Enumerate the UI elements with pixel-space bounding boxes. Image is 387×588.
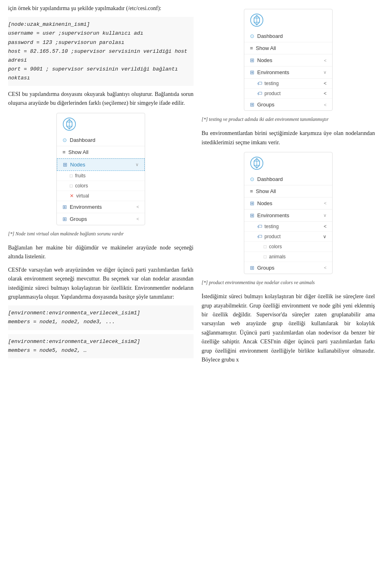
cesi-logo-svg-3	[250, 156, 264, 170]
product-label-3: product	[264, 234, 281, 239]
code-line: members = node1, node2, node3, ...	[8, 318, 194, 326]
cesi-logo-2	[244, 9, 332, 30]
nodes-label-3: Nodes	[257, 200, 273, 206]
code-block-2: [environment:environmenta_verilecek_isim…	[8, 305, 194, 330]
chevron-right-icon: <	[324, 224, 327, 229]
nodes-label-2: Nodes	[257, 57, 273, 63]
para5: İstediğimiz süreci bulmayı kolaylaştıran…	[202, 292, 375, 364]
square-icon: □	[70, 183, 73, 189]
grid-icon: ⊞	[63, 162, 67, 168]
showall-label: Show All	[69, 149, 89, 155]
dashboard-label-3: Dashboard	[257, 176, 283, 182]
sub-colors[interactable]: □ colors	[57, 181, 145, 191]
list-icon-3: ≡	[250, 188, 253, 194]
cesi-logo-3	[244, 152, 332, 173]
list-icon-2: ≡	[250, 45, 253, 51]
chevron-down-icon: ∨	[323, 234, 327, 239]
dashboard-label-2: Dashboard	[257, 33, 283, 39]
nav-nodes-2[interactable]: ⊞ Nodes <	[244, 54, 332, 66]
para1: CESI bu yapılandırma dosyasını okuyarak …	[8, 90, 194, 108]
square-icon: □	[70, 173, 73, 179]
tag-icon: 🏷	[257, 91, 262, 96]
code-line: host = 82.165.57.10 ;supervisor servisin…	[8, 47, 194, 65]
code-line: [environment:environmenta_verilecek_isim…	[8, 309, 194, 318]
dashboard-icon: ⊙	[250, 176, 254, 182]
grid-icon: ⊞	[62, 204, 67, 210]
cesi-panel-1: ⊙ Dashboard ≡ Show All ⊞ Nodes ∨	[56, 113, 145, 225]
colors-label: colors	[75, 183, 88, 189]
chevron-down-icon: ∨	[323, 213, 327, 218]
code-line: [environment:environmenta_verilecek_isim…	[8, 337, 194, 346]
showall-label-2: Show All	[256, 45, 276, 51]
nav-nodes-1[interactable]: ⊞ Nodes ∨	[57, 158, 145, 171]
cesi-logo-svg	[62, 117, 76, 131]
nav-showall-3[interactable]: ≡ Show All	[244, 185, 332, 197]
nav-environments-3[interactable]: ⊞ Environments ∨	[244, 210, 332, 222]
code-line: username = user ;supervisorun kullanıcı …	[8, 29, 194, 38]
grid-icon-2: ⊞	[250, 69, 254, 75]
sub-product-3[interactable]: 🏷 product ∨	[244, 232, 332, 242]
nav-nodes-3[interactable]: ⊞ Nodes <	[244, 197, 332, 210]
nav-environments-2[interactable]: ⊞ Environments ∨	[244, 66, 332, 79]
cesi-panel-3: ⊙ Dashboard ≡ Show All ⊞ Nodes <	[244, 152, 333, 274]
dashboard-label: Dashboard	[70, 137, 96, 143]
grid-icon: ⊞	[250, 265, 254, 271]
code-line: members = node5, node2, …	[8, 346, 194, 355]
tag-icon: 🏷	[257, 234, 262, 239]
para4: Bu environmentlardan birini seçtiğimizde…	[202, 129, 375, 147]
code-block-1: [node:uzak_makinenin_ismi] username = us…	[8, 17, 194, 86]
nav-dashboard-3[interactable]: ⊙ Dashboard	[244, 173, 332, 185]
left-column: için örnek bir yapılandırma şu şekilde y…	[8, 4, 194, 368]
showall-label-3: Show All	[256, 188, 276, 194]
intro-text: için örnek bir yapılandırma şu şekilde y…	[8, 4, 194, 13]
footnote-3: [*] product environmentina üye nodelar c…	[202, 279, 375, 287]
nav-groups-2[interactable]: ⊞ Groups <	[244, 99, 332, 110]
groups-label-3: Groups	[257, 265, 275, 271]
sub-testing-2[interactable]: 🏷 testing <	[244, 79, 332, 89]
virtual-label: virtual	[76, 193, 89, 199]
grid-icon-3: ⊞	[250, 212, 254, 218]
nav-groups-3[interactable]: ⊞ Groups <	[244, 262, 332, 274]
animals-label-3: animals	[269, 254, 285, 260]
environments-label: Environments	[70, 204, 102, 210]
code-line: [node:uzak_makinenin_ismi]	[8, 20, 194, 29]
sub-product-2[interactable]: 🏷 product <	[244, 89, 332, 99]
right-column: ⊙ Dashboard ≡ Show All ⊞ Nodes <	[202, 4, 375, 368]
nav-dashboard-1[interactable]: ⊙ Dashboard	[57, 134, 145, 146]
tag-icon: 🏷	[257, 81, 262, 86]
chevron-right-icon: <	[324, 81, 327, 86]
sub-fruits[interactable]: □ fruits	[57, 171, 145, 181]
grid-icon: ⊞	[250, 102, 254, 108]
nav-showall-1[interactable]: ≡ Show All	[57, 146, 145, 158]
x-icon: ✕	[70, 193, 74, 199]
sub-virtual[interactable]: ✕ virtual	[57, 191, 145, 201]
colors-label-3: colors	[269, 244, 282, 249]
chevron-right-icon: <	[324, 58, 327, 63]
grid-icon-3: ⊞	[250, 200, 254, 206]
groups-label: Groups	[70, 216, 87, 222]
para2: Bağlanılan her makine bir düğümdür ve ma…	[8, 243, 194, 262]
sub-testing-3[interactable]: 🏷 testing <	[244, 222, 332, 232]
square-icon: □	[264, 254, 266, 260]
footnote-2: [*] testing ve product adında iki adet e…	[202, 116, 375, 123]
product-label: product	[264, 91, 281, 96]
chevron-right-icon: <	[324, 265, 327, 270]
chevron-right-icon: <	[324, 91, 327, 96]
nav-dashboard-2[interactable]: ⊙ Dashboard	[244, 30, 332, 42]
square-icon: □	[264, 244, 266, 249]
cesi-logo-1	[57, 113, 145, 134]
chevron-right-icon: <	[324, 102, 327, 107]
sub-colors-3[interactable]: □ colors	[244, 242, 332, 252]
dashboard-icon: ⊙	[250, 33, 254, 39]
grid-icon: ⊞	[62, 216, 67, 222]
cesi-logo-svg-2	[250, 13, 264, 27]
nav-groups-1[interactable]: ⊞ Groups <	[57, 213, 145, 225]
chevron-right-icon: <	[324, 201, 327, 206]
nav-showall-2[interactable]: ≡ Show All	[244, 42, 332, 54]
fruits-label: fruits	[75, 173, 85, 179]
code-line: port = 9001 ; supervisor servisinin veri…	[8, 65, 194, 83]
nav-environments-1[interactable]: ⊞ Environments <	[57, 201, 145, 213]
grid-icon-2: ⊞	[250, 57, 254, 63]
sub-animals-3[interactable]: □ animals	[244, 252, 332, 262]
testing-label-3: testing	[264, 224, 279, 229]
